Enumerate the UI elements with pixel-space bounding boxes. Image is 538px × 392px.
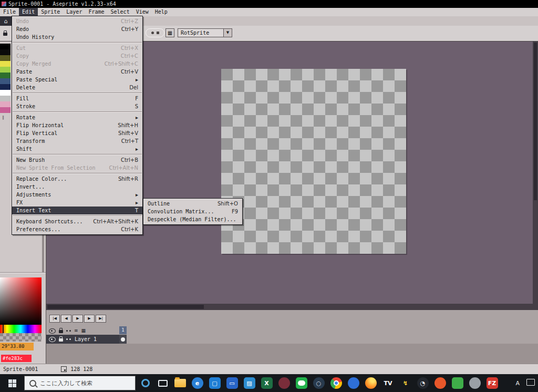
line-icon[interactable] (293, 374, 310, 392)
next-frame-button[interactable]: ▶ (84, 315, 95, 323)
palette-swatch[interactable] (0, 96, 11, 101)
orange-circle-app-icon[interactable] (431, 374, 449, 392)
sprite-canvas[interactable] (221, 69, 406, 254)
palette-swatch[interactable] (0, 49, 11, 55)
palette-swatch[interactable] (0, 107, 11, 113)
palette-lock-icon[interactable] (3, 33, 7, 36)
blue-circle-app-icon[interactable] (345, 374, 362, 392)
menubar-item-select[interactable]: Select (108, 8, 133, 16)
menu-item-convolution-matrix[interactable]: Convolution Matrix...F9 (143, 208, 242, 215)
menu-item-despeckle-median-filter[interactable]: Despeckle (Median Filter)... (143, 215, 242, 223)
menu-item-paste[interactable]: PasteCtrl+V (12, 68, 142, 76)
tv-app-icon[interactable]: TV (379, 374, 397, 392)
menu-item-fill[interactable]: FillF (12, 95, 142, 102)
menu-item-copy-merged[interactable]: Copy MergedCtrl+Shift+C (12, 60, 142, 68)
menu-item-flip-vertical[interactable]: Flip VerticalShift+V (12, 129, 142, 137)
layer-lock-header-icon[interactable] (59, 330, 63, 333)
menu-item-replace-color[interactable]: Replace Color...Shift+R (12, 175, 142, 183)
lightning-app-icon[interactable]: ↯ (397, 374, 414, 392)
palette-swatch[interactable] (0, 84, 11, 90)
palette-swatch[interactable] (0, 78, 11, 84)
menu-item-preferences[interactable]: Preferences...Ctrl+K (12, 225, 142, 233)
menu-item-undo[interactable]: UndoCtrl+Z (12, 17, 142, 25)
menubar-item-sprite[interactable]: Sprite (38, 8, 63, 16)
menu-item-cut[interactable]: CutCtrl+X (12, 44, 142, 52)
timeline-options-header-icon[interactable]: ▦ (81, 327, 86, 334)
task-view-icon[interactable] (154, 374, 171, 392)
taskbar-search[interactable]: ここに入力して検索 (24, 376, 136, 390)
gray-app-icon[interactable] (466, 374, 483, 392)
menubar-item-view[interactable]: View (133, 8, 152, 16)
home-tab[interactable]: ⌂ (0, 16, 12, 26)
menu-item-adjustments[interactable]: Adjustments▸ (12, 191, 142, 199)
menu-item-new-sprite-from-selection[interactable]: New Sprite From SelectionCtrl+Alt+N (12, 164, 142, 172)
dark-circle-app-icon[interactable]: ○ (310, 374, 327, 392)
hue-slider[interactable] (0, 325, 42, 333)
edge-icon[interactable]: e (189, 374, 206, 392)
horizontal-scrollbar[interactable] (46, 304, 533, 310)
ime-indicator-icon[interactable]: A (515, 380, 520, 387)
menu-item-redo[interactable]: RedoCtrl+Y (12, 25, 142, 33)
horizontal-scrollbar-thumb[interactable] (47, 305, 204, 309)
menu-item-copy[interactable]: CopyCtrl+C (12, 52, 142, 60)
menu-item-flip-horizontal[interactable]: Flip HorizontalShift+H (12, 121, 142, 129)
obs-icon[interactable]: ◔ (414, 374, 431, 392)
continuous-layers-header-icon[interactable] (66, 330, 71, 332)
cel-cell[interactable] (119, 335, 127, 344)
menubar-item-edit[interactable]: Edit (19, 8, 38, 16)
menu-item-invert[interactable]: Invert... (12, 183, 142, 191)
green-app-icon[interactable] (449, 374, 466, 392)
grid-settings-button[interactable]: ▦ (165, 28, 174, 37)
maroon-app-icon[interactable] (275, 374, 293, 392)
palette-scrollbar[interactable] (42, 235, 44, 273)
vertical-scrollbar[interactable] (533, 42, 538, 310)
layer-lock-icon[interactable] (59, 338, 63, 342)
menu-item-rotate[interactable]: Rotate▸ (12, 114, 142, 121)
menu-item-paste-special[interactable]: Paste Special▸ (12, 76, 142, 84)
chevron-down-icon[interactable]: ▼ (223, 29, 232, 37)
menu-item-new-brush[interactable]: New BrushCtrl+B (12, 156, 142, 164)
hue-marker[interactable] (3, 325, 4, 333)
layer-visibility-header-icon[interactable] (49, 328, 56, 334)
alpha-slider[interactable] (0, 333, 42, 342)
firefox-icon[interactable] (362, 374, 379, 392)
saturation-value-picker[interactable] (0, 277, 42, 325)
excel-icon[interactable]: X (258, 374, 275, 392)
palette-swatch[interactable] (0, 73, 11, 78)
layer-name[interactable]: Layer 1 (75, 336, 97, 342)
palette-swatch[interactable] (0, 44, 11, 49)
palette-swatch[interactable] (0, 90, 11, 96)
blue-app-icon-1[interactable]: ▢ (206, 374, 223, 392)
menubar-item-frame[interactable]: Frame (85, 8, 107, 16)
cortana-icon[interactable] (137, 374, 154, 392)
frame-number-header[interactable]: 1 (119, 326, 127, 334)
first-frame-button[interactable]: |◀ (49, 315, 60, 323)
menu-item-outline[interactable]: OutlineShift+O (143, 200, 242, 208)
menubar-item-file[interactable]: File (0, 8, 19, 16)
start-button[interactable] (0, 374, 24, 392)
prev-frame-button[interactable]: ◀ (61, 315, 71, 323)
onion-skin-header-icon[interactable]: ≡ (74, 327, 78, 334)
palette-resize-grip[interactable]: ∥ (2, 115, 4, 120)
blue-app-icon-3[interactable]: ▨ (241, 374, 258, 392)
play-button[interactable]: ▶ (73, 315, 83, 323)
chrome-icon[interactable] (327, 374, 345, 392)
vertical-scrollbar-thumb[interactable] (534, 43, 537, 200)
menu-item-keyboard-shortcuts[interactable]: Keyboard Shortcuts...Ctrl+Alt+Shift+K (12, 218, 142, 225)
menu-item-transform[interactable]: TransformCtrl+T (12, 137, 142, 145)
menu-item-delete[interactable]: DeleteDel (12, 84, 142, 91)
palette-swatch[interactable] (0, 101, 11, 107)
menu-item-stroke[interactable]: StrokeS (12, 102, 142, 110)
menu-item-shift[interactable]: Shift▸ (12, 145, 142, 153)
brush-settings-control[interactable] (146, 28, 164, 37)
action-center-icon[interactable] (526, 379, 535, 387)
menubar-item-layer[interactable]: Layer (63, 8, 85, 16)
layer-row[interactable]: Layer 1 (46, 335, 127, 344)
blue-app-icon-2[interactable]: ▭ (223, 374, 241, 392)
layer-options-icon[interactable] (66, 338, 71, 340)
palette-swatch[interactable] (0, 61, 11, 67)
menu-item-undo-history[interactable]: Undo History (12, 33, 142, 41)
last-frame-button[interactable]: ▶| (96, 315, 106, 323)
palette-swatch[interactable] (0, 67, 11, 73)
menubar-item-help[interactable]: Help (152, 8, 171, 16)
